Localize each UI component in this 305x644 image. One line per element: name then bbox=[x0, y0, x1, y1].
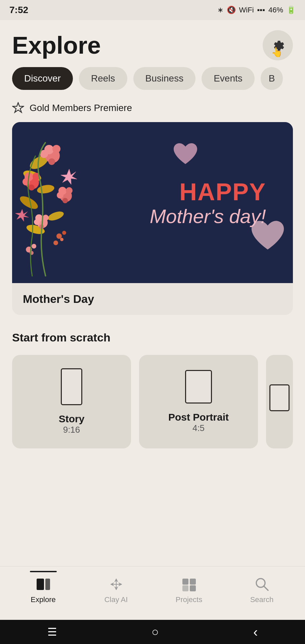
gold-icon bbox=[12, 102, 24, 114]
floral-decoration bbox=[12, 122, 126, 283]
svg-point-20 bbox=[57, 192, 63, 199]
nav-item-search[interactable]: Search bbox=[225, 576, 298, 604]
mute-icon: 🔇 bbox=[227, 6, 236, 14]
nav-item-projects[interactable]: Projects bbox=[152, 576, 225, 604]
settings-button[interactable]: 👆 bbox=[263, 30, 293, 60]
scratch-card-third[interactable] bbox=[266, 355, 293, 448]
portrait-card-name: Post Portrait bbox=[168, 412, 229, 423]
story-format-icon bbox=[61, 368, 82, 405]
gold-section-label: Gold Members Premiere bbox=[12, 102, 293, 114]
scratch-cards-container: Story 9:16 Post Portrait 4:5 bbox=[12, 355, 293, 448]
story-card-name: Story bbox=[59, 413, 85, 425]
tab-reels[interactable]: Reels bbox=[79, 67, 127, 90]
android-nav: ☰ ○ ‹ bbox=[0, 620, 305, 644]
svg-rect-34 bbox=[37, 579, 44, 590]
svg-point-11 bbox=[48, 158, 55, 165]
nav-search-label: Search bbox=[250, 595, 274, 604]
feature-card[interactable]: HAPPY Mother's day! Mother's Day bbox=[12, 122, 293, 315]
gold-section: Gold Members Premiere bbox=[0, 102, 305, 315]
portrait-card-ratio: 4:5 bbox=[192, 423, 205, 433]
battery-text: 46% bbox=[268, 6, 283, 14]
tab-b[interactable]: B bbox=[261, 67, 283, 90]
svg-rect-35 bbox=[45, 579, 50, 590]
heart-top-decoration bbox=[172, 142, 199, 173]
mothers-day-bg: HAPPY Mother's day! bbox=[12, 122, 293, 283]
clay-ai-icon bbox=[108, 576, 125, 593]
svg-point-3 bbox=[36, 184, 55, 195]
status-icons: ∗ 🔇 WiFi ▪▪▪ 46% 🔋 bbox=[217, 6, 296, 14]
nav-clay-ai-label: Clay AI bbox=[104, 595, 128, 604]
third-format-icon bbox=[269, 384, 290, 411]
nav-projects-label: Projects bbox=[176, 595, 202, 604]
svg-point-30 bbox=[53, 240, 58, 245]
story-card-ratio: 9:16 bbox=[63, 425, 80, 435]
feature-card-image: HAPPY Mother's day! bbox=[12, 122, 293, 283]
portrait-format-icon bbox=[185, 370, 212, 404]
tab-business[interactable]: Business bbox=[133, 67, 196, 90]
search-icon bbox=[254, 576, 270, 593]
svg-point-24 bbox=[43, 215, 49, 221]
svg-point-19 bbox=[66, 187, 73, 194]
scratch-card-story[interactable]: Story 9:16 bbox=[12, 355, 131, 448]
svg-rect-41 bbox=[190, 585, 196, 591]
status-time: 7:52 bbox=[9, 5, 28, 15]
svg-point-5 bbox=[47, 210, 65, 222]
feature-card-title: Mother's Day bbox=[12, 283, 293, 315]
bluetooth-icon: ∗ bbox=[217, 6, 223, 14]
svg-point-16 bbox=[29, 184, 35, 191]
tab-bar: Discover Reels Business Events B bbox=[0, 67, 305, 90]
nav-explore-label: Explore bbox=[31, 595, 56, 604]
explore-icon bbox=[35, 576, 52, 593]
svg-point-29 bbox=[60, 238, 63, 241]
svg-rect-39 bbox=[190, 579, 196, 585]
tab-events[interactable]: Events bbox=[202, 67, 255, 90]
svg-line-43 bbox=[264, 586, 268, 590]
svg-marker-0 bbox=[13, 103, 24, 112]
scratch-section: Start from scratch Story 9:16 Post Portr… bbox=[0, 331, 305, 448]
android-home-btn[interactable]: ○ bbox=[151, 625, 159, 639]
svg-point-28 bbox=[62, 231, 66, 235]
svg-point-21 bbox=[62, 198, 68, 203]
scratch-section-title: Start from scratch bbox=[12, 331, 293, 344]
svg-rect-38 bbox=[182, 579, 188, 585]
nav-item-clay-ai[interactable]: Clay AI bbox=[80, 576, 152, 604]
header: Explore 👆 bbox=[0, 20, 305, 67]
mothers-day-text: HAPPY Mother's day! bbox=[150, 178, 266, 227]
mothers-day-subtitle: Mother's day! bbox=[150, 206, 266, 227]
happy-text: HAPPY bbox=[150, 178, 266, 206]
projects-icon bbox=[181, 576, 198, 593]
wifi-icon: WiFi bbox=[239, 6, 254, 14]
svg-point-25 bbox=[34, 219, 40, 225]
svg-point-9 bbox=[52, 145, 60, 153]
battery-icon: 🔋 bbox=[287, 6, 296, 14]
page-title: Explore bbox=[12, 32, 101, 59]
heart-right-decoration bbox=[249, 218, 286, 263]
gear-icon bbox=[270, 37, 286, 53]
nav-item-explore[interactable]: Explore bbox=[7, 576, 80, 604]
svg-rect-40 bbox=[182, 585, 188, 591]
tab-discover[interactable]: Discover bbox=[12, 67, 73, 90]
signal-icon: ▪▪▪ bbox=[257, 6, 265, 14]
svg-point-32 bbox=[32, 244, 36, 249]
android-back-btn[interactable]: ‹ bbox=[253, 625, 258, 640]
android-menu-btn[interactable]: ☰ bbox=[47, 626, 57, 638]
status-bar: 7:52 ∗ 🔇 WiFi ▪▪▪ 46% 🔋 bbox=[0, 0, 305, 20]
svg-point-27 bbox=[56, 233, 62, 239]
bottom-nav: Explore Clay AI Projects Search bbox=[0, 566, 305, 620]
scratch-card-post-portrait[interactable]: Post Portrait 4:5 bbox=[139, 355, 258, 448]
